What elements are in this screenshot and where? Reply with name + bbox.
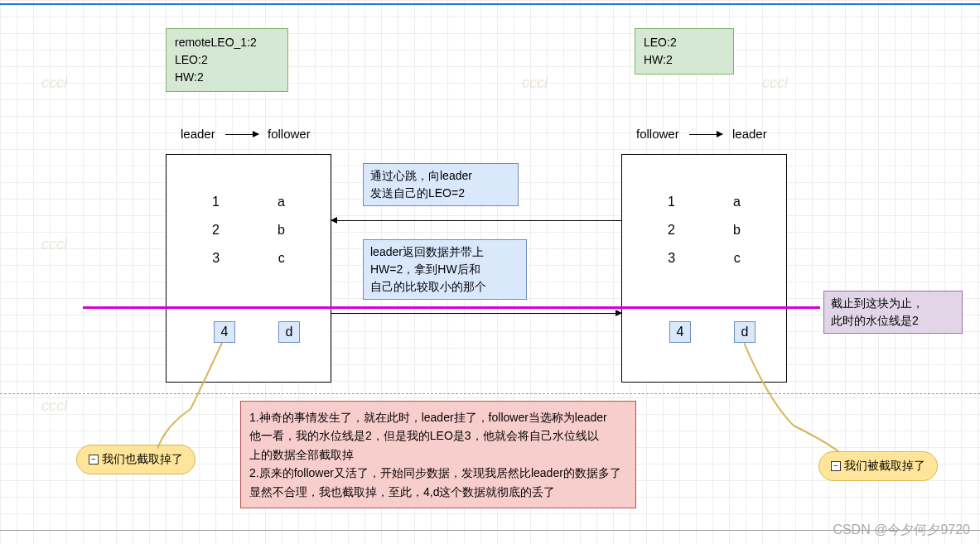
explain-text: 上的数据全部截取掉 bbox=[249, 445, 627, 464]
connector-curve bbox=[744, 343, 843, 455]
table-row: 2b bbox=[167, 216, 331, 244]
explain-text: 1.神奇的事情发生了，就在此时，leader挂了，follower当选称为lea… bbox=[249, 408, 627, 426]
watermark-line bbox=[83, 306, 820, 309]
watermark: cccl bbox=[762, 75, 788, 92]
msg-text: 发送自己的LEO=2 bbox=[370, 185, 511, 202]
extra-val: d bbox=[734, 321, 756, 343]
table-row: 3c bbox=[167, 244, 331, 272]
arrow-icon bbox=[225, 134, 258, 135]
callout-text: 我们也截取掉了 bbox=[102, 452, 183, 467]
purple-note: 截止到这块为止， 此时的水位线是2 bbox=[823, 291, 963, 334]
watermark: cccl bbox=[41, 236, 67, 253]
watermark: cccl bbox=[41, 397, 67, 415]
leader-info-box: remoteLEO_1:2 LEO:2 HW:2 bbox=[166, 28, 288, 92]
table-row: 1a bbox=[622, 188, 786, 216]
explain-text: 2.原来的follower又活了，开始同步数据，发现我居然比leader的数据多… bbox=[249, 464, 627, 482]
table-row: 1a bbox=[167, 188, 331, 216]
follower-info-box: LEO:2 HW:2 bbox=[635, 28, 734, 75]
note-text: 此时的水位线是2 bbox=[831, 312, 955, 330]
message-response: leader返回数据并带上 HW=2，拿到HW后和 自己的比较取小的那个 bbox=[363, 239, 527, 300]
arrow-right bbox=[331, 313, 621, 314]
connector-curve bbox=[157, 343, 224, 450]
explain-text: 显然不合理，我也截取掉，至此，4,d这个数据就彻底的丢了 bbox=[249, 483, 627, 501]
callout-text: 我们被截取掉了 bbox=[844, 459, 925, 474]
arrow-left bbox=[331, 220, 621, 221]
info-text: HW:2 bbox=[175, 69, 279, 86]
callout-right: − 我们被截取掉了 bbox=[818, 451, 938, 481]
extra-val: d bbox=[278, 321, 300, 343]
explanation-box: 1.神奇的事情发生了，就在此时，leader挂了，follower当选称为lea… bbox=[240, 401, 636, 508]
extra-num: 4 bbox=[214, 321, 235, 343]
watermark: cccl bbox=[41, 75, 67, 92]
table-row: 2b bbox=[622, 216, 786, 244]
watermark: cccl bbox=[522, 75, 548, 92]
minus-icon: − bbox=[89, 455, 99, 465]
follower-label: follower bbox=[268, 127, 311, 141]
table-row: 3c bbox=[622, 244, 786, 272]
csdn-watermark: CSDN @今夕何夕9720 bbox=[833, 522, 970, 539]
follower-label: follower bbox=[636, 127, 679, 141]
leader-label: leader bbox=[732, 127, 767, 141]
info-text: HW:2 bbox=[644, 51, 725, 69]
arrow-icon bbox=[689, 134, 722, 135]
message-heartbeat: 通过心跳，向leader 发送自己的LEO=2 bbox=[363, 163, 519, 206]
top-border bbox=[0, 3, 980, 5]
explain-text: 他一看，我的水位线是2，但是我的LEO是3，他就会将自己水位线以 bbox=[249, 426, 627, 445]
msg-text: 通过心跳，向leader bbox=[370, 167, 511, 185]
minus-icon: − bbox=[831, 461, 841, 471]
msg-text: 自己的比较取小的那个 bbox=[370, 278, 519, 296]
note-text: 截止到这块为止， bbox=[831, 295, 955, 312]
extra-num: 4 bbox=[669, 321, 691, 343]
info-text: LEO:2 bbox=[175, 51, 279, 69]
leader-label: leader bbox=[181, 127, 215, 141]
msg-text: HW=2，拿到HW后和 bbox=[370, 261, 519, 278]
info-text: LEO:2 bbox=[644, 34, 725, 51]
msg-text: leader返回数据并带上 bbox=[370, 243, 519, 261]
info-text: remoteLEO_1:2 bbox=[175, 34, 279, 51]
